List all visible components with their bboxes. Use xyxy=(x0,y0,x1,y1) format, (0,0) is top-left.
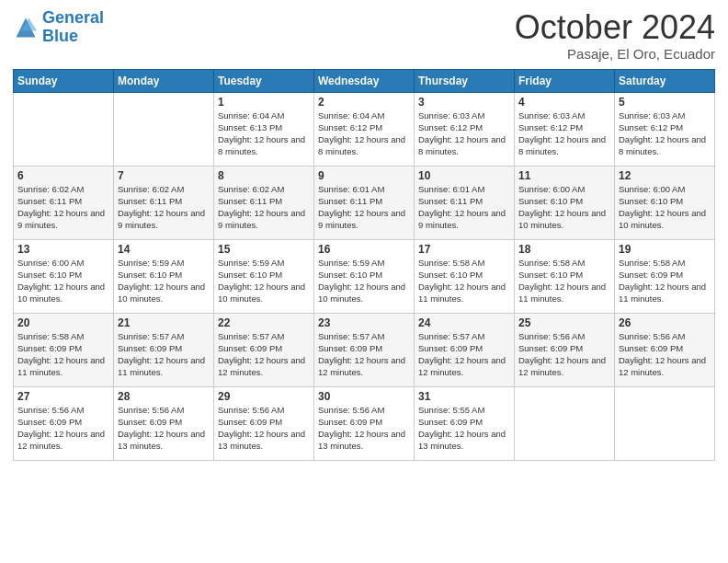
day-number: 29 xyxy=(218,390,310,403)
day-number: 28 xyxy=(118,390,210,403)
day-info: Sunrise: 6:04 AM Sunset: 6:12 PM Dayligh… xyxy=(318,109,410,158)
day-number: 2 xyxy=(318,96,410,109)
day-info: Sunrise: 5:56 AM Sunset: 6:09 PM Dayligh… xyxy=(118,404,210,453)
day-number: 21 xyxy=(118,316,210,329)
day-info: Sunrise: 5:56 AM Sunset: 6:09 PM Dayligh… xyxy=(518,330,610,379)
calendar-cell: 25Sunrise: 5:56 AM Sunset: 6:09 PM Dayli… xyxy=(515,313,615,386)
weekday-header-thursday: Thursday xyxy=(415,69,515,92)
day-number: 22 xyxy=(218,316,310,329)
calendar-cell: 29Sunrise: 5:56 AM Sunset: 6:09 PM Dayli… xyxy=(214,386,314,460)
page: General Blue October 2024 Pasaje, El Oro… xyxy=(0,0,728,563)
day-info: Sunrise: 5:58 AM Sunset: 6:10 PM Dayligh… xyxy=(418,257,510,305)
header: General Blue October 2024 Pasaje, El Oro… xyxy=(13,9,715,62)
day-number: 12 xyxy=(619,169,711,182)
calendar-cell: 18Sunrise: 5:58 AM Sunset: 6:10 PM Dayli… xyxy=(515,239,615,313)
calendar-week-row: 13Sunrise: 6:00 AM Sunset: 6:10 PM Dayli… xyxy=(14,239,715,313)
calendar-cell: 5Sunrise: 6:03 AM Sunset: 6:12 PM Daylig… xyxy=(615,92,715,166)
calendar-cell: 10Sunrise: 6:01 AM Sunset: 6:11 PM Dayli… xyxy=(415,166,515,239)
day-info: Sunrise: 5:55 AM Sunset: 6:09 PM Dayligh… xyxy=(418,404,510,453)
day-info: Sunrise: 6:02 AM Sunset: 6:11 PM Dayligh… xyxy=(218,183,310,232)
day-number: 20 xyxy=(17,316,109,329)
calendar-cell: 3Sunrise: 6:03 AM Sunset: 6:12 PM Daylig… xyxy=(415,92,515,166)
logo-line1: General xyxy=(42,8,104,27)
calendar-cell: 8Sunrise: 6:02 AM Sunset: 6:11 PM Daylig… xyxy=(214,166,314,239)
day-number: 9 xyxy=(318,169,410,182)
day-info: Sunrise: 6:01 AM Sunset: 6:11 PM Dayligh… xyxy=(318,183,410,232)
weekday-header-row: SundayMondayTuesdayWednesdayThursdayFrid… xyxy=(14,69,715,92)
day-info: Sunrise: 6:03 AM Sunset: 6:12 PM Dayligh… xyxy=(619,109,711,158)
calendar-cell: 4Sunrise: 6:03 AM Sunset: 6:12 PM Daylig… xyxy=(515,92,615,166)
calendar-cell: 31Sunrise: 5:55 AM Sunset: 6:09 PM Dayli… xyxy=(415,386,515,460)
day-number: 26 xyxy=(619,316,711,329)
weekday-header-tuesday: Tuesday xyxy=(214,69,314,92)
day-number: 30 xyxy=(318,390,410,403)
day-info: Sunrise: 5:56 AM Sunset: 6:09 PM Dayligh… xyxy=(619,330,711,379)
day-info: Sunrise: 6:03 AM Sunset: 6:12 PM Dayligh… xyxy=(418,109,510,158)
day-number: 11 xyxy=(518,169,610,182)
calendar-cell: 2Sunrise: 6:04 AM Sunset: 6:12 PM Daylig… xyxy=(314,92,415,166)
calendar-cell: 9Sunrise: 6:01 AM Sunset: 6:11 PM Daylig… xyxy=(314,166,415,239)
day-number: 16 xyxy=(318,243,410,256)
day-number: 24 xyxy=(418,316,510,329)
day-info: Sunrise: 6:02 AM Sunset: 6:11 PM Dayligh… xyxy=(118,183,210,232)
logo: General Blue xyxy=(13,9,104,46)
day-info: Sunrise: 5:56 AM Sunset: 6:09 PM Dayligh… xyxy=(318,404,410,453)
day-info: Sunrise: 5:56 AM Sunset: 6:09 PM Dayligh… xyxy=(218,404,310,453)
calendar-cell: 22Sunrise: 5:57 AM Sunset: 6:09 PM Dayli… xyxy=(214,313,314,386)
day-number: 18 xyxy=(518,243,610,256)
day-number: 1 xyxy=(218,96,310,109)
day-number: 8 xyxy=(218,169,310,182)
day-number: 17 xyxy=(418,243,510,256)
day-info: Sunrise: 6:00 AM Sunset: 6:10 PM Dayligh… xyxy=(17,257,109,305)
day-number: 19 xyxy=(619,243,711,256)
month-title: October 2024 xyxy=(515,9,715,46)
day-info: Sunrise: 6:02 AM Sunset: 6:11 PM Dayligh… xyxy=(17,183,109,232)
day-info: Sunrise: 6:01 AM Sunset: 6:11 PM Dayligh… xyxy=(418,183,510,232)
day-number: 15 xyxy=(218,243,310,256)
weekday-header-sunday: Sunday xyxy=(14,69,114,92)
day-number: 23 xyxy=(318,316,410,329)
day-info: Sunrise: 5:57 AM Sunset: 6:09 PM Dayligh… xyxy=(318,330,410,379)
calendar-cell: 19Sunrise: 5:58 AM Sunset: 6:09 PM Dayli… xyxy=(615,239,715,313)
calendar-cell: 17Sunrise: 5:58 AM Sunset: 6:10 PM Dayli… xyxy=(415,239,515,313)
weekday-header-friday: Friday xyxy=(515,69,615,92)
calendar-week-row: 6Sunrise: 6:02 AM Sunset: 6:11 PM Daylig… xyxy=(14,166,715,239)
weekday-header-saturday: Saturday xyxy=(615,69,715,92)
calendar-cell: 15Sunrise: 5:59 AM Sunset: 6:10 PM Dayli… xyxy=(214,239,314,313)
day-number: 3 xyxy=(418,96,510,109)
calendar-cell: 14Sunrise: 5:59 AM Sunset: 6:10 PM Dayli… xyxy=(114,239,214,313)
calendar-cell: 21Sunrise: 5:57 AM Sunset: 6:09 PM Dayli… xyxy=(114,313,214,386)
day-info: Sunrise: 5:59 AM Sunset: 6:10 PM Dayligh… xyxy=(118,257,210,305)
day-info: Sunrise: 6:04 AM Sunset: 6:13 PM Dayligh… xyxy=(218,109,310,158)
day-info: Sunrise: 6:03 AM Sunset: 6:12 PM Dayligh… xyxy=(518,109,610,158)
day-info: Sunrise: 5:56 AM Sunset: 6:09 PM Dayligh… xyxy=(17,404,109,453)
calendar-cell: 20Sunrise: 5:58 AM Sunset: 6:09 PM Dayli… xyxy=(14,313,114,386)
calendar-week-row: 1Sunrise: 6:04 AM Sunset: 6:13 PM Daylig… xyxy=(14,92,715,166)
calendar-cell: 12Sunrise: 6:00 AM Sunset: 6:10 PM Dayli… xyxy=(615,166,715,239)
calendar-cell: 23Sunrise: 5:57 AM Sunset: 6:09 PM Dayli… xyxy=(314,313,415,386)
day-info: Sunrise: 5:59 AM Sunset: 6:10 PM Dayligh… xyxy=(218,257,310,305)
day-number: 5 xyxy=(619,96,711,109)
calendar-cell: 30Sunrise: 5:56 AM Sunset: 6:09 PM Dayli… xyxy=(314,386,415,460)
logo-icon xyxy=(13,15,39,40)
day-info: Sunrise: 5:58 AM Sunset: 6:09 PM Dayligh… xyxy=(619,257,711,305)
day-number: 6 xyxy=(17,169,109,182)
calendar-cell: 28Sunrise: 5:56 AM Sunset: 6:09 PM Dayli… xyxy=(114,386,214,460)
calendar-cell: 6Sunrise: 6:02 AM Sunset: 6:11 PM Daylig… xyxy=(14,166,114,239)
day-number: 13 xyxy=(17,243,109,256)
day-number: 25 xyxy=(518,316,610,329)
calendar-cell xyxy=(515,386,615,460)
calendar-cell: 13Sunrise: 6:00 AM Sunset: 6:10 PM Dayli… xyxy=(14,239,114,313)
day-info: Sunrise: 5:58 AM Sunset: 6:09 PM Dayligh… xyxy=(17,330,109,379)
day-info: Sunrise: 5:57 AM Sunset: 6:09 PM Dayligh… xyxy=(418,330,510,379)
day-number: 10 xyxy=(418,169,510,182)
weekday-header-monday: Monday xyxy=(114,69,214,92)
day-number: 14 xyxy=(118,243,210,256)
calendar-week-row: 20Sunrise: 5:58 AM Sunset: 6:09 PM Dayli… xyxy=(14,313,715,386)
day-info: Sunrise: 5:57 AM Sunset: 6:09 PM Dayligh… xyxy=(218,330,310,379)
day-number: 4 xyxy=(518,96,610,109)
calendar-cell xyxy=(14,92,114,166)
day-number: 7 xyxy=(118,169,210,182)
day-info: Sunrise: 6:00 AM Sunset: 6:10 PM Dayligh… xyxy=(619,183,711,232)
calendar-cell xyxy=(114,92,214,166)
